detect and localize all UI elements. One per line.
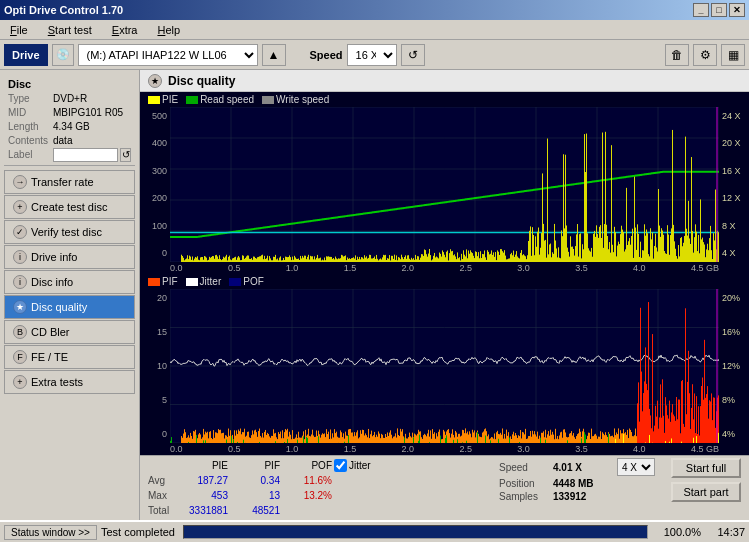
disc-label-input[interactable] <box>53 148 118 162</box>
progress-percent: 100.0% <box>656 526 701 538</box>
cd-bler-icon: B <box>13 325 27 339</box>
chart-top-canvas-wrap <box>170 107 719 262</box>
nav-buttons: → Transfer rate + Create test disc ✓ Ver… <box>0 169 139 395</box>
statusbar: Status window >> Test completed 100.0% 1… <box>0 520 749 542</box>
legend-write-speed-label: Write speed <box>276 94 329 105</box>
chart-bottom-body: 20 15 10 5 0 20% 16% 12% 8% 4% <box>140 289 749 443</box>
nav-fe-te[interactable]: F FE / TE <box>4 345 135 369</box>
nav-disc-quality[interactable]: ★ Disc quality <box>4 295 135 319</box>
stat-header-pof: POF <box>282 458 332 473</box>
nav-disc-info[interactable]: i Disc info <box>4 270 135 294</box>
stat-max-pie: 453 <box>178 488 228 503</box>
stat-max-row: Max 453 13 13.2% <box>148 488 371 503</box>
info-button[interactable]: ▦ <box>721 44 745 66</box>
drive-select[interactable]: (M:) ATAPI IHAP122 W LL06 <box>78 44 258 66</box>
nav-fe-te-label: FE / TE <box>31 351 68 363</box>
samples-key: Samples <box>499 491 549 502</box>
speed-key: Speed <box>499 462 549 473</box>
stat-avg-pif: 0.34 <box>230 473 280 488</box>
stat-total-pie: 3331881 <box>178 503 228 518</box>
status-window-button[interactable]: Status window >> <box>4 525 97 540</box>
stat-table: PIE PIF POF Jitter Avg 187.27 0.34 11.6%… <box>148 458 371 518</box>
legend-read-speed: Read speed <box>186 94 254 105</box>
position-val: 4448 MB <box>553 478 613 489</box>
drive-refresh-button[interactable]: ▲ <box>262 44 286 66</box>
legend-jitter-color <box>186 278 198 286</box>
chart-top-y-axis-right: 24 X 20 X 16 X 12 X 8 X 4 X <box>719 107 749 262</box>
maximize-button[interactable]: □ <box>711 3 727 17</box>
drive-info-icon: i <box>13 250 27 264</box>
jitter-check: Jitter <box>334 458 371 473</box>
drive-label: Drive <box>4 44 48 66</box>
speed-apply-button[interactable]: ↺ <box>401 44 425 66</box>
legend-pof: POF <box>229 276 264 287</box>
chart-bottom-canvas <box>170 289 719 443</box>
stat-total-pof <box>282 503 332 518</box>
menu-extra[interactable]: Extra <box>106 22 144 38</box>
stat-total-pif: 48521 <box>230 503 280 518</box>
stat-total-row: Total 3331881 48521 <box>148 503 371 518</box>
chart-bottom-x-axis: 0.0 0.5 1.0 1.5 2.0 2.5 3.0 3.5 4.0 4.5 … <box>140 443 749 455</box>
speed-display-select[interactable]: 4 X <box>617 458 655 476</box>
nav-cd-bler[interactable]: B CD Bler <box>4 320 135 344</box>
extra-tests-icon: + <box>13 375 27 389</box>
disc-contents-row: Contents data <box>0 134 139 148</box>
start-part-button[interactable]: Start part <box>671 482 741 502</box>
divider-1 <box>4 165 135 166</box>
start-full-button[interactable]: Start full <box>671 458 741 478</box>
legend-pof-color <box>229 278 241 286</box>
menu-starttest[interactable]: Start test <box>42 22 98 38</box>
chart-top-legend: PIE Read speed Write speed <box>140 92 749 107</box>
chart-bottom-y-axis-right: 20% 16% 12% 8% 4% <box>719 289 749 443</box>
chart-bottom-y-axis-left: 20 15 10 5 0 <box>140 289 170 443</box>
speed-select[interactable]: 16 X <box>347 44 397 66</box>
transfer-rate-icon: → <box>13 175 27 189</box>
action-buttons: Start full Start part <box>671 458 741 502</box>
erase-button[interactable]: 🗑 <box>665 44 689 66</box>
disc-length-key: Length <box>8 120 53 134</box>
stats-bar: PIE PIF POF Jitter Avg 187.27 0.34 11.6%… <box>140 455 749 520</box>
disc-type-row: Type DVD+R <box>0 92 139 106</box>
stat-avg-row: Avg 187.27 0.34 11.6% <box>148 473 371 488</box>
legend-pif-color <box>148 278 160 286</box>
settings-button[interactable]: ⚙ <box>693 44 717 66</box>
nav-transfer-rate[interactable]: → Transfer rate <box>4 170 135 194</box>
stat-avg-pof: 11.6% <box>282 473 332 488</box>
close-button[interactable]: ✕ <box>729 3 745 17</box>
nav-drive-info[interactable]: i Drive info <box>4 245 135 269</box>
content-header: ★ Disc quality <box>140 70 749 92</box>
disc-label-refresh-button[interactable]: ↺ <box>120 148 131 162</box>
content-title: Disc quality <box>168 74 235 88</box>
disc-mid-row: MID MBIPG101 R05 <box>0 106 139 120</box>
legend-jitter: Jitter <box>186 276 222 287</box>
disc-contents-key: Contents <box>8 134 53 148</box>
nav-drive-info-label: Drive info <box>31 251 77 263</box>
create-test-disc-icon: + <box>13 200 27 214</box>
status-time: 14:37 <box>705 526 745 538</box>
nav-extra-tests[interactable]: + Extra tests <box>4 370 135 394</box>
menu-help[interactable]: Help <box>151 22 186 38</box>
speed-info: Speed 4.01 X 4 X Position 4448 MB Sample… <box>499 458 655 502</box>
legend-pif: PIF <box>148 276 178 287</box>
nav-create-test-disc-label: Create test disc <box>31 201 107 213</box>
chart-top-x-axis: 0.0 0.5 1.0 1.5 2.0 2.5 3.0 3.5 4.0 4.5 … <box>140 262 749 274</box>
jitter-checkbox[interactable] <box>334 459 347 472</box>
position-key: Position <box>499 478 549 489</box>
menu-file[interactable]: File <box>4 22 34 38</box>
stat-max-pif: 13 <box>230 488 280 503</box>
nav-create-test-disc[interactable]: + Create test disc <box>4 195 135 219</box>
progress-bar-container <box>183 525 648 539</box>
speed-row: Speed 4.01 X 4 X <box>499 458 655 476</box>
disc-type-key: Type <box>8 92 53 106</box>
nav-verify-test-disc[interactable]: ✓ Verify test disc <box>4 220 135 244</box>
speed-label: Speed <box>310 49 343 61</box>
content-title-icon: ★ <box>148 74 162 88</box>
disc-length-row: Length 4.34 GB <box>0 120 139 134</box>
content-area: ★ Disc quality PIE Read speed <box>140 70 749 520</box>
drive-icon: 💿 <box>52 44 74 66</box>
minimize-button[interactable]: _ <box>693 3 709 17</box>
speed-val: 4.01 X <box>553 462 613 473</box>
disc-section-label: Disc <box>0 76 139 92</box>
disc-label-row: Label ↺ <box>0 148 139 162</box>
jitter-label: Jitter <box>349 458 371 473</box>
